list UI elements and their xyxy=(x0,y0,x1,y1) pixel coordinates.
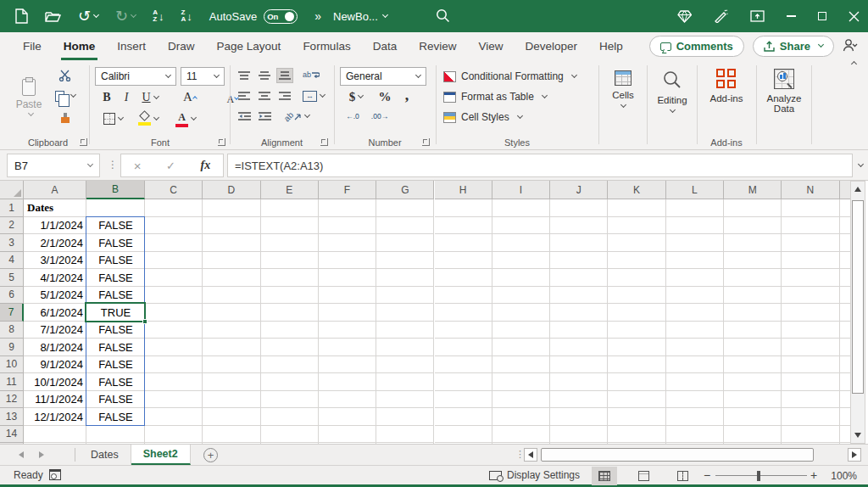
undo-dropdown-icon[interactable] xyxy=(93,11,99,17)
expand-formula-bar-icon[interactable] xyxy=(858,161,864,167)
scroll-up-button[interactable] xyxy=(851,182,865,197)
cell-J12[interactable] xyxy=(550,391,608,409)
cell-E8[interactable] xyxy=(261,322,319,339)
cell-L7[interactable] xyxy=(666,304,724,322)
cell-M2[interactable] xyxy=(724,217,782,235)
cell-F14[interactable] xyxy=(319,426,376,444)
cell-C13[interactable] xyxy=(145,408,203,426)
ribbon-tab-help[interactable]: Help xyxy=(588,32,634,60)
sort-ascending-button[interactable]: AZ ↓ xyxy=(153,9,164,23)
cell-E3[interactable] xyxy=(261,234,319,252)
cell-D13[interactable] xyxy=(203,408,260,426)
cell-I2[interactable] xyxy=(492,217,550,235)
cell-E6[interactable] xyxy=(261,287,319,305)
scroll-left-button[interactable] xyxy=(524,448,537,462)
ribbon-tab-developer[interactable]: Developer xyxy=(514,32,588,60)
cells-button[interactable]: Cells xyxy=(603,65,643,132)
format-painter-button[interactable] xyxy=(56,108,76,125)
cell-M13[interactable] xyxy=(724,408,782,426)
cell-G13[interactable] xyxy=(376,408,434,426)
cell-D10[interactable] xyxy=(203,356,260,374)
cell-M7[interactable] xyxy=(724,304,782,322)
cell-L10[interactable] xyxy=(666,356,724,374)
cell-O12[interactable] xyxy=(840,391,850,409)
fill-color-button[interactable] xyxy=(134,109,163,129)
cell-O5[interactable] xyxy=(840,269,850,287)
cell-K9[interactable] xyxy=(608,339,665,356)
ribbon-tab-data[interactable]: Data xyxy=(362,32,409,60)
cell-G8[interactable] xyxy=(376,322,434,339)
cell-A14[interactable] xyxy=(24,426,86,444)
column-header-B[interactable]: B xyxy=(86,181,145,199)
cell-N1[interactable] xyxy=(782,199,839,217)
bottom-align-button[interactable] xyxy=(276,68,293,83)
align-right-button[interactable] xyxy=(276,88,293,104)
cell-F3[interactable] xyxy=(319,234,376,252)
row-header-2[interactable]: 2 xyxy=(0,217,24,235)
vertical-scroll-thumb[interactable] xyxy=(852,200,864,394)
grow-font-button[interactable]: A xyxy=(181,88,198,105)
cell-H1[interactable] xyxy=(435,199,492,217)
cell-F10[interactable] xyxy=(319,356,376,374)
column-header-K[interactable]: K xyxy=(608,181,665,199)
cell-O13[interactable] xyxy=(840,408,850,426)
middle-align-button[interactable] xyxy=(256,68,273,83)
pen-tool-icon[interactable] xyxy=(714,9,728,23)
cell-O11[interactable] xyxy=(840,373,850,391)
cell-styles-button[interactable]: Cell Styles xyxy=(443,109,522,126)
ribbon-tab-page-layout[interactable]: Page Layout xyxy=(206,32,292,60)
comments-button[interactable]: Comments xyxy=(649,36,744,57)
cell-G5[interactable] xyxy=(376,269,434,287)
cell-D1[interactable] xyxy=(203,199,260,217)
cell-G12[interactable] xyxy=(376,391,434,409)
new-sheet-button[interactable]: + xyxy=(203,448,218,462)
cell-M5[interactable] xyxy=(724,269,782,287)
ribbon-tab-insert[interactable]: Insert xyxy=(106,32,157,60)
sheet-tab-sheet2[interactable]: Sheet2 xyxy=(131,445,191,465)
autosave-toggle[interactable]: On xyxy=(264,9,298,24)
font-color-button[interactable]: A xyxy=(171,109,200,129)
filename-menu[interactable]: NewBo... xyxy=(333,0,387,32)
cell-H11[interactable] xyxy=(435,373,492,391)
cell-L3[interactable] xyxy=(666,234,724,252)
cell-H13[interactable] xyxy=(435,408,492,426)
cell-H3[interactable] xyxy=(435,234,492,252)
cell-G2[interactable] xyxy=(376,217,434,235)
cell-D2[interactable] xyxy=(203,217,260,235)
column-header-J[interactable]: J xyxy=(550,181,608,199)
cell-L1[interactable] xyxy=(666,199,724,217)
row-header-5[interactable]: 5 xyxy=(0,269,24,287)
copy-button[interactable] xyxy=(53,87,78,104)
cell-N10[interactable] xyxy=(782,356,839,374)
cell-L4[interactable] xyxy=(666,252,724,270)
cell-K4[interactable] xyxy=(608,252,665,270)
cell-J4[interactable] xyxy=(550,252,608,270)
cell-C14[interactable] xyxy=(145,426,203,444)
cell-C6[interactable] xyxy=(145,287,203,305)
borders-button[interactable] xyxy=(100,110,125,127)
cell-E10[interactable] xyxy=(261,356,319,374)
previous-sheet-button[interactable] xyxy=(19,445,24,465)
number-format-combo[interactable]: General xyxy=(340,67,426,86)
cell-I10[interactable] xyxy=(492,356,550,374)
cell-D11[interactable] xyxy=(203,373,260,391)
next-sheet-button[interactable] xyxy=(39,445,44,465)
clipboard-dialog-launcher[interactable] xyxy=(80,138,87,146)
conditional-formatting-button[interactable]: Conditional Formatting xyxy=(443,68,576,85)
decrease-decimal-button[interactable]: .00→ xyxy=(369,109,391,123)
cell-M9[interactable] xyxy=(724,339,782,356)
undo-button[interactable]: ↺ xyxy=(78,8,98,24)
cell-E14[interactable] xyxy=(261,426,319,444)
cell-K12[interactable] xyxy=(608,391,665,409)
cell-M10[interactable] xyxy=(724,356,782,374)
italic-button[interactable]: I xyxy=(120,89,132,106)
insert-function-button[interactable]: fx xyxy=(201,159,211,172)
cell-O1[interactable] xyxy=(840,199,850,217)
cell-F8[interactable] xyxy=(319,322,376,339)
percent-style-button[interactable]: % xyxy=(377,88,392,105)
page-layout-view-button[interactable] xyxy=(631,467,656,485)
cell-H10[interactable] xyxy=(435,356,492,374)
column-header-L[interactable]: L xyxy=(666,181,724,199)
cell-J3[interactable] xyxy=(550,234,608,252)
collapse-ribbon-button[interactable] xyxy=(851,61,857,67)
